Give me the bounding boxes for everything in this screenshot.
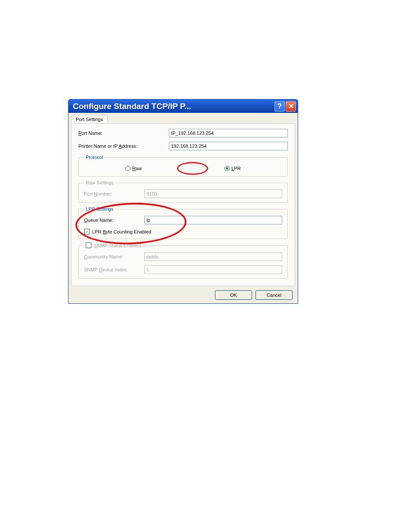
radio-icon <box>125 166 131 171</box>
protocol-group: Protocol Raw LPR <box>78 155 288 177</box>
raw-settings-legend: Raw Settings <box>84 180 115 185</box>
help-button[interactable]: ? <box>274 101 285 112</box>
lpr-label: LPR <box>231 166 240 171</box>
lpr-settings-legend: LPR Settings <box>84 206 115 212</box>
close-icon: ✕ <box>288 102 294 110</box>
dialog-title: Configure Standard TCP/IP P... <box>73 102 274 111</box>
tab-panel: Port Name: Printer Name or IP Address: P… <box>71 123 295 286</box>
ok-button[interactable]: OK <box>215 290 252 300</box>
dialog: Configure Standard TCP/IP P... ? ✕ Port … <box>68 99 298 304</box>
byte-counting-label: LPR Byte Counting Enabled <box>92 229 151 234</box>
raw-label: Raw <box>132 166 142 171</box>
lpr-settings-group: LPR Settings Queue Name: ✓ LPR Byte Coun… <box>78 206 288 239</box>
checkbox-icon <box>86 243 91 248</box>
protocol-legend: Protocol <box>84 155 105 160</box>
tab-port-settings[interactable]: Port Settings <box>71 115 108 123</box>
question-icon: ? <box>277 103 282 110</box>
snmp-device-index-label: SNMP Device Index: <box>84 267 144 272</box>
ip-address-label: Printer Name or IP Address: <box>78 143 169 149</box>
close-button[interactable]: ✕ <box>286 101 296 112</box>
queue-name-input[interactable] <box>144 216 282 224</box>
radio-icon <box>224 166 230 171</box>
queue-name-label: Queue Name: <box>84 218 144 223</box>
community-name-label: Community Name: <box>84 254 144 259</box>
port-number-label: Port Number: <box>84 191 144 196</box>
ip-address-input[interactable] <box>169 142 288 150</box>
checkbox-icon: ✓ <box>84 229 90 234</box>
dialog-body: Port Settings Port Name: Printer Name or… <box>68 113 298 304</box>
lpr-byte-counting-checkbox[interactable]: ✓ LPR Byte Counting Enabled <box>84 229 282 234</box>
raw-settings-group: Raw Settings Port Number: <box>78 180 288 203</box>
port-number-input <box>144 190 282 198</box>
community-name-input <box>144 252 282 261</box>
snmp-device-index-input <box>144 265 282 274</box>
snmp-group: SNMP Status Enabled Community Name: SNMP… <box>78 243 288 279</box>
snmp-legend[interactable]: SNMP Status Enabled <box>84 243 143 248</box>
protocol-lpr-option[interactable]: LPR <box>183 166 282 171</box>
snmp-legend-label: SNMP Status Enabled <box>94 243 141 248</box>
port-name-input[interactable] <box>169 129 288 137</box>
protocol-raw-option[interactable]: Raw <box>84 166 183 171</box>
cancel-button[interactable]: Cancel <box>255 290 293 300</box>
titlebar[interactable]: Configure Standard TCP/IP P... ? ✕ <box>68 99 298 113</box>
port-name-label: Port Name: <box>78 131 169 136</box>
